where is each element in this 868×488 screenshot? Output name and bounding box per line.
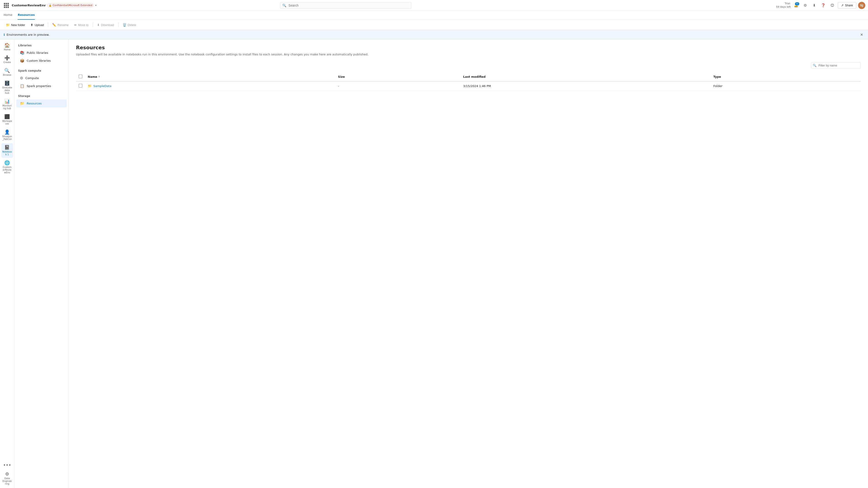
rail-label-shuaijun: Shuaijun_FabCon [2,135,12,140]
rename-button[interactable]: ✏️ Rename [50,22,71,28]
folder-name: SampleData [93,84,112,88]
trial-info: Trial: 59 days left [776,2,791,9]
feedback-icon: 😊 [831,3,834,7]
main-layout: 🏠 Home ➕ Create 🔍 Browse 🗄️ OneLake data… [0,39,868,488]
workspace-selector[interactable]: CustomerReviewEnv 🔒 Confidential\Microso… [12,3,96,7]
content-area: Resources Uploaded files will be availab… [69,39,868,488]
download-toolbar-button[interactable]: ⬇ Download [95,22,117,28]
nav-item-label-public: Public libraries [27,51,48,55]
help-button[interactable]: ❓ [819,2,827,9]
sidebar-item-workspaces[interactable]: ⬛ Workspaces [1,112,13,127]
share-button[interactable]: ↗ Share [838,2,856,9]
tab-home[interactable]: Home [4,11,12,20]
settings-button[interactable]: ⚙️ [802,2,809,9]
libraries-section-title: Libraries [14,43,68,49]
column-header-modified: Last modified [460,72,711,82]
column-header-type: Type [711,72,861,82]
rail-label-browse: Browse [3,74,11,76]
resources-nav-icon: 📁 [20,101,24,105]
delete-button[interactable]: 🗑️ Delete [120,22,138,28]
nav-item-compute[interactable]: ⚙️ Compute [16,74,67,82]
shuaijun-icon: 👤 [4,130,10,134]
sidebar-item-home[interactable]: 🏠 Home [1,41,13,53]
public-libraries-icon: 📚 [20,51,24,55]
sidebar-item-monitoring[interactable]: 📊 Monitoring hub [1,97,13,112]
custom-libraries-icon: 📦 [20,59,24,63]
avatar[interactable]: SJ [858,2,865,9]
tab-resources[interactable]: Resources [18,11,35,20]
download-button[interactable]: ⬇ [811,2,818,9]
move-to-button[interactable]: ➡ Move to [72,22,91,28]
nav-item-spark-properties[interactable]: 📋 Spark properties [16,82,67,90]
rail-label-home: Home [4,48,11,51]
resources-table: Name ↑ Size Last modified Type [76,72,861,91]
sidebar-more-button[interactable]: ••• [1,461,13,469]
sidebar-item-onelake[interactable]: 🗄️ OneLake data hub [1,79,13,96]
search-input[interactable] [280,2,411,9]
rename-icon: ✏️ [52,23,56,27]
nav-item-label-spark-props: Spark properties [27,84,51,88]
filter-search-icon: 🔍 [813,64,816,67]
feedback-button[interactable]: 😊 [829,2,836,9]
row-name-cell: 📁 SampleData [85,82,335,91]
toolbar-separator-3 [118,23,119,27]
notebook1-icon: 📓 [4,145,10,150]
sidebar-item-data-engineering[interactable]: ⚙️ Data Engineering [1,470,13,487]
folder-link[interactable]: 📁 SampleData [88,84,333,88]
sidebar-item-browse[interactable]: 🔍 Browse [1,66,13,78]
app-launcher-button[interactable] [3,2,10,9]
gear-icon: ⚙️ [804,3,807,7]
data-engineering-icon: ⚙️ [5,472,9,476]
spark-section-title: Spark compute [14,68,68,74]
row-size-cell: - [335,82,460,91]
nav-section-spark: Spark compute ⚙️ Compute 📋 Spark propert… [14,68,68,90]
rail-label-notebook1: Notebook 1 [2,151,12,156]
column-header-size: Size [335,72,460,82]
nav-item-label-custom: Custom libraries [27,59,51,62]
row-checkbox-cell [76,82,85,91]
waffle-icon [4,3,9,8]
nav-item-public-libraries[interactable]: 📚 Public libraries [16,49,67,57]
home-icon: 🏠 [4,43,10,47]
topbar-left: CustomerReviewEnv 🔒 Confidential\Microso… [3,2,96,9]
row-checkbox[interactable] [79,84,82,88]
monitoring-icon: 📊 [4,99,10,103]
upload-icon: ⬆ [31,23,33,27]
sidebar-item-customerenv[interactable]: 🌐 CustomerReviewEnv [1,159,13,176]
toolbar-separator-2 [93,23,93,27]
nav-item-custom-libraries[interactable]: 📦 Custom libraries [16,57,67,65]
new-folder-button[interactable]: 📁 New folder [4,22,27,28]
column-header-name[interactable]: Name ↑ [85,72,335,82]
notifications-button[interactable]: 🔔 55 [793,2,800,9]
notification-count: 55 [795,2,799,5]
sidebar-item-create[interactable]: ➕ Create [1,54,13,66]
sidebar-item-shuaijun[interactable]: 👤 Shuaijun_FabCon [1,128,13,142]
nav-item-resources[interactable]: 📁 Resources [16,99,67,107]
spark-properties-icon: 📋 [20,84,24,88]
subnav: Home Resources [0,11,868,20]
toolbar-separator-1 [48,23,48,27]
upload-button[interactable]: ⬆ Upload [28,22,46,28]
filter-input[interactable] [811,62,861,69]
search-wrapper: 🔍 [280,2,411,9]
table-header: Name ↑ Size Last modified Type [76,72,861,82]
sidebar-item-notebook1[interactable]: 📓 Notebook 1 [1,143,13,158]
select-all-checkbox[interactable] [79,74,82,78]
topbar: CustomerReviewEnv 🔒 Confidential\Microso… [0,0,868,11]
nav-item-label-compute: Compute [25,76,39,80]
table-body: 📁 SampleData - 3/15/2024 1:46 PM Folder [76,82,861,91]
download-icon: ⬇ [813,3,816,7]
table-toolbar: 🔍 [76,62,861,69]
share-icon: ↗ [841,4,844,7]
search-box: 🔍 [280,2,411,9]
nav-item-label-resources: Resources [27,102,41,105]
customerenv-icon: 🌐 [4,161,10,165]
confidentiality-badge: 🔒 Confidential\Microsoft Extended [47,3,94,7]
browse-icon: 🔍 [4,68,10,73]
preview-banner: ℹ️ Environments are in preview. ✕ [0,30,868,39]
search-icon: 🔍 [282,4,286,7]
preview-banner-left: ℹ️ Environments are in preview. [4,33,50,36]
trial-label: Trial: [776,2,791,5]
new-folder-icon: 📁 [6,23,10,27]
close-banner-button[interactable]: ✕ [859,32,864,37]
